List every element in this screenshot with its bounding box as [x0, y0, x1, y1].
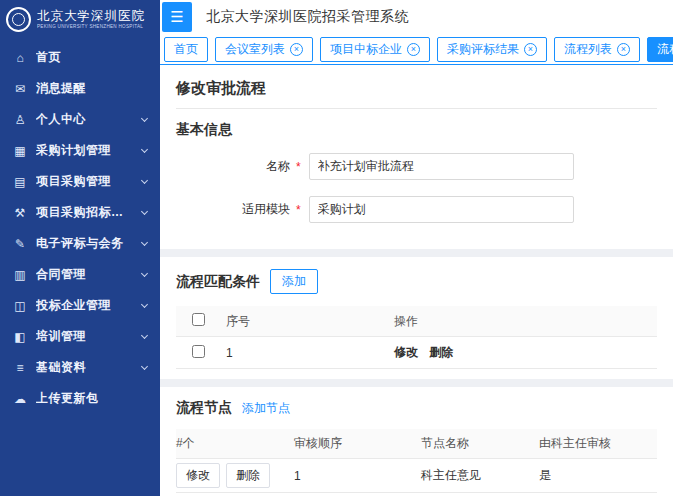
col-header-action: 操作: [394, 313, 649, 330]
edit-icon: ✎: [13, 237, 27, 251]
close-icon[interactable]: ×: [407, 43, 420, 56]
tab-label: 首页: [174, 41, 198, 58]
name-input[interactable]: [309, 153, 574, 180]
conditions-table-header: 序号 操作: [176, 306, 657, 337]
hospital-name-en: PEKING UNIVERSITY SHENZHEN HOSPITAL: [37, 24, 143, 29]
user-icon: ♙: [13, 113, 27, 127]
hospital-logo-block: 北京大学深圳医院 PEKING UNIVERSITY SHENZHEN HOSP…: [0, 0, 160, 38]
database-icon: ≡: [13, 361, 27, 375]
sidebar-item-label: 采购计划管理: [36, 142, 111, 159]
close-icon[interactable]: ×: [524, 43, 537, 56]
sidebar-item-label: 培训管理: [36, 328, 86, 345]
upload-cloud-icon: ☁: [13, 392, 27, 406]
sidebar-item-training[interactable]: ◧ 培训管理: [0, 321, 160, 352]
sidebar-item-label: 项目采购招标管理: [36, 204, 133, 221]
flow-nodes-card: 流程节点 添加节点 #个 审核顺序 节点名称 由科主任审核 修改 删除 1 科主…: [160, 387, 673, 496]
match-conditions-card: 流程匹配条件 添加 序号 操作 1 修改 删除: [160, 257, 673, 379]
basic-info-section-title: 基本信息: [176, 121, 657, 139]
name-field-label: 名称: [176, 158, 294, 175]
node-table-row: 修改 删除 1 科主任意见 是: [176, 459, 657, 493]
chevron-down-icon: [141, 145, 148, 152]
col-header-node-name: 节点名称: [421, 435, 539, 452]
chevron-down-icon: [141, 269, 148, 276]
module-field-label: 适用模块: [176, 201, 294, 218]
tab-evaluation-result[interactable]: 采购评标结果 ×: [437, 37, 547, 62]
chevron-down-icon: [141, 300, 148, 307]
sidebar-item-bidder-enterprise[interactable]: ◫ 投标企业管理: [0, 290, 160, 321]
node-delete-button[interactable]: 删除: [226, 463, 270, 488]
sidebar-item-label: 电子评标与会务: [36, 235, 124, 252]
calendar-icon: ▦: [13, 144, 27, 158]
training-icon: ◧: [13, 330, 27, 344]
condition-index-cell: 1: [226, 346, 394, 360]
sidebar-item-label: 消息提醒: [36, 80, 86, 97]
tab-winning-enterprise[interactable]: 项目中标企业 ×: [320, 37, 430, 62]
close-icon[interactable]: ×: [617, 43, 630, 56]
building-icon: ◫: [13, 299, 27, 313]
sidebar-item-project-purchase[interactable]: ▤ 项目采购管理: [0, 166, 160, 197]
basic-info-card: 修改审批流程 基本信息 名称 * 适用模块 *: [160, 65, 673, 249]
node-chief-cell: 是: [539, 467, 657, 484]
col-header-order: 审核顺序: [294, 435, 421, 452]
tab-label: 采购评标结果: [447, 41, 519, 58]
match-conditions-title: 流程匹配条件: [176, 273, 260, 291]
tab-meeting-room-list[interactable]: 会议室列表 ×: [215, 37, 313, 62]
sidebar-menu: ⌂ 首页 ✉ 消息提醒 ♙ 个人中心 ▦ 采购计划管理 ▤ 项目采购管理: [0, 42, 160, 414]
chevron-down-icon: [141, 238, 148, 245]
col-header-chief-review: 由科主任审核: [539, 435, 657, 452]
sidebar-item-label: 上传更新包: [36, 390, 99, 407]
contract-icon: ▥: [13, 268, 27, 282]
tab-home[interactable]: 首页: [164, 37, 208, 62]
bell-icon: ✉: [13, 82, 27, 96]
chevron-down-icon: [141, 331, 148, 338]
sidebar: 北京大学深圳医院 PEKING UNIVERSITY SHENZHEN HOSP…: [0, 0, 160, 496]
sidebar-item-label: 个人中心: [36, 111, 86, 128]
sidebar-item-base-data[interactable]: ≡ 基础资料: [0, 352, 160, 383]
tab-process-list[interactable]: 流程列表 ×: [554, 37, 640, 62]
close-icon[interactable]: ×: [290, 43, 303, 56]
sidebar-item-contract[interactable]: ▥ 合同管理: [0, 259, 160, 290]
sidebar-item-purchase-plan[interactable]: ▦ 采购计划管理: [0, 135, 160, 166]
node-edit-button[interactable]: 修改: [176, 463, 220, 488]
select-all-checkbox[interactable]: [192, 313, 205, 326]
sidebar-toggle-button[interactable]: ☰: [162, 2, 192, 32]
top-header: ☰ 北京大学深圳医院招采管理系统: [160, 0, 673, 34]
required-mark: *: [296, 160, 301, 174]
add-node-link[interactable]: 添加节点: [242, 400, 290, 417]
folder-icon: ▤: [13, 175, 27, 189]
condition-table-row: 1 修改 删除: [176, 337, 657, 369]
page-content: 修改审批流程 基本信息 名称 * 适用模块 * 流程匹配条件 添加: [160, 65, 673, 496]
node-order-cell: 1: [294, 469, 421, 483]
sidebar-item-bidding-management[interactable]: ⚒ 项目采购招标管理: [0, 197, 160, 228]
sidebar-item-home[interactable]: ⌂ 首页: [0, 42, 160, 73]
condition-delete-link[interactable]: 删除: [429, 345, 453, 359]
required-mark: *: [296, 203, 301, 217]
nodes-table-header: #个 审核顺序 节点名称 由科主任审核: [176, 429, 657, 459]
row-checkbox[interactable]: [192, 345, 205, 358]
chevron-down-icon: [141, 362, 148, 369]
sidebar-item-upload-package[interactable]: ☁ 上传更新包: [0, 383, 160, 414]
app-window: 北京大学深圳医院 PEKING UNIVERSITY SHENZHEN HOSP…: [0, 0, 673, 496]
tab-label: 项目中标企业: [330, 41, 402, 58]
add-condition-button[interactable]: 添加: [270, 269, 318, 294]
condition-edit-link[interactable]: 修改: [394, 345, 418, 359]
sidebar-item-label: 基础资料: [36, 359, 86, 376]
system-title: 北京大学深圳医院招采管理系统: [206, 8, 409, 26]
node-name-cell: 科主任意见: [421, 467, 539, 484]
tab-process-active[interactable]: 流程 ×: [647, 37, 673, 62]
tab-label: 流程列表: [564, 41, 612, 58]
sidebar-item-label: 首页: [36, 49, 61, 66]
wrench-icon: ⚒: [13, 206, 27, 220]
sidebar-item-e-evaluation[interactable]: ✎ 电子评标与会务: [0, 228, 160, 259]
sidebar-item-messages[interactable]: ✉ 消息提醒: [0, 73, 160, 104]
sidebar-item-personal-center[interactable]: ♙ 个人中心: [0, 104, 160, 135]
sidebar-item-label: 合同管理: [36, 266, 86, 283]
tab-label: 流程: [657, 41, 673, 58]
home-icon: ⌂: [13, 51, 27, 65]
col-header-item: #个: [176, 435, 294, 452]
main-area: ☰ 北京大学深圳医院招采管理系统 首页 会议室列表 × 项目中标企业 × 采购评…: [160, 0, 673, 496]
module-select-input[interactable]: [309, 196, 574, 223]
module-form-row: 适用模块 *: [176, 196, 657, 223]
sidebar-item-label: 项目采购管理: [36, 173, 111, 190]
name-form-row: 名称 *: [176, 153, 657, 180]
